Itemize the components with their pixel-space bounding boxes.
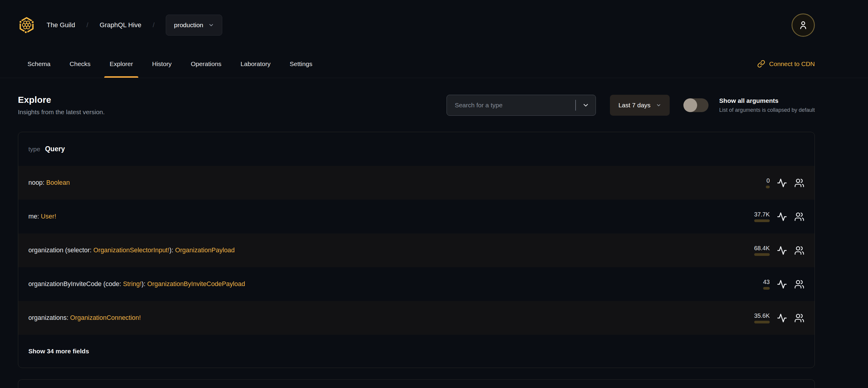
tab-label: Settings <box>290 60 312 67</box>
type-search-input[interactable] <box>447 95 575 115</box>
field-signature: noop: Boolean <box>28 179 70 186</box>
link-icon <box>757 60 765 68</box>
tab-label: Explorer <box>110 60 133 67</box>
tab-label: Schema <box>28 60 51 67</box>
users-icon[interactable] <box>794 279 804 289</box>
type-link[interactable]: OrganizationConnection! <box>70 314 141 321</box>
breadcrumb: The Guild / GraphQL Hive / production <box>18 14 222 36</box>
usage-stat: 0 <box>766 178 770 188</box>
connect-to-cdn-link[interactable]: Connect to CDN <box>757 50 815 78</box>
active-tab-underline <box>104 76 138 78</box>
user-icon <box>798 20 808 30</box>
tab-settings[interactable]: Settings <box>280 50 322 78</box>
tab-laboratory[interactable]: Laboratory <box>231 50 280 78</box>
field-stats: 0 <box>766 178 804 188</box>
usage-stat: 35.6K <box>754 313 770 323</box>
usage-bar <box>754 219 770 222</box>
show-all-arguments-toggle[interactable] <box>683 98 709 112</box>
field-name: ): <box>142 280 147 288</box>
target-selector-value: production <box>174 22 203 29</box>
app-header: The Guild / GraphQL Hive / production <box>0 0 868 50</box>
section-head: Explore Insights from the latest version… <box>0 95 868 116</box>
content: type Query noop: Boolean 0 me: User! 37.… <box>0 132 868 388</box>
usage-bar <box>754 253 770 256</box>
toggle-text: Show all arguments List of arguments is … <box>719 97 815 113</box>
type-search-combobox <box>446 95 596 116</box>
next-type-card-partial <box>18 379 815 388</box>
field-name: organization (selector: <box>28 247 93 254</box>
show-more-fields-button[interactable]: Show 34 more fields <box>28 348 89 355</box>
users-icon[interactable] <box>794 245 804 256</box>
field-name: organizationByInviteCode (code: <box>28 280 123 288</box>
target-selector-button[interactable]: production <box>166 14 222 36</box>
usage-bar <box>766 186 770 188</box>
activity-icon[interactable] <box>777 313 787 323</box>
field-name: organizations: <box>28 314 70 321</box>
tab-checks[interactable]: Checks <box>60 50 100 78</box>
card-footer: Show 34 more fields <box>18 335 814 368</box>
field-name: me: <box>28 213 41 220</box>
type-link[interactable]: Boolean <box>46 179 70 186</box>
activity-icon[interactable] <box>777 279 787 289</box>
tab-label: Checks <box>70 60 91 67</box>
tabbar: SchemaChecksExplorerHistoryOperationsLab… <box>0 50 868 78</box>
field-stats: 35.6K <box>754 313 804 323</box>
field-stats: 37.7K <box>754 211 804 222</box>
activity-icon[interactable] <box>777 212 787 222</box>
field-signature: me: User! <box>28 213 56 220</box>
type-link[interactable]: String! <box>123 280 142 288</box>
type-link[interactable]: OrganizationSelectorInput! <box>93 247 169 254</box>
tab-label: History <box>152 60 172 67</box>
type-link[interactable]: OrganizationPayload <box>175 247 235 254</box>
section-titles: Explore Insights from the latest version… <box>18 95 105 116</box>
tab-history[interactable]: History <box>143 50 181 78</box>
breadcrumb-separator: / <box>86 21 88 29</box>
field-row: organization (selector: OrganizationSele… <box>18 234 814 267</box>
type-card-header: type Query <box>18 132 814 166</box>
hive-logo-icon[interactable] <box>18 17 35 34</box>
toggle-knob <box>683 98 697 112</box>
field-signature: organization (selector: OrganizationSele… <box>28 247 235 254</box>
field-stats: 68.4K <box>754 245 804 256</box>
usage-count: 35.6K <box>754 313 770 319</box>
tab-schema[interactable]: Schema <box>18 50 60 78</box>
toggle-description: List of arguments is collapsed by defaul… <box>719 107 815 113</box>
controls: Last 7 days Show all arguments List of a… <box>446 95 815 116</box>
type-link[interactable]: User! <box>41 213 56 220</box>
breadcrumb-org[interactable]: The Guild <box>46 21 75 29</box>
usage-count: 0 <box>767 178 770 183</box>
breadcrumb-separator: / <box>153 21 154 29</box>
field-signature: organizationByInviteCode (code: String!)… <box>28 280 245 288</box>
users-icon[interactable] <box>794 313 804 323</box>
field-row: organizationByInviteCode (code: String!)… <box>18 267 814 301</box>
field-stats: 43 <box>763 279 804 290</box>
breadcrumb-project[interactable]: GraphQL Hive <box>100 21 142 29</box>
page-subtitle: Insights from the latest version. <box>18 109 105 116</box>
usage-stat: 37.7K <box>754 211 770 222</box>
type-link[interactable]: OrganizationByInviteCodePayload <box>147 280 245 288</box>
activity-icon[interactable] <box>777 245 787 256</box>
user-menu-button[interactable] <box>792 13 815 37</box>
chevron-down-icon <box>656 102 661 108</box>
type-card-query: type Query noop: Boolean 0 me: User! 37.… <box>18 132 815 368</box>
period-value: Last 7 days <box>618 101 650 109</box>
field-name: noop: <box>28 179 46 186</box>
chevron-down-icon <box>208 22 214 28</box>
tab-label: Operations <box>191 60 222 67</box>
usage-count: 37.7K <box>754 211 770 217</box>
period-select-button[interactable]: Last 7 days <box>610 95 670 116</box>
field-rows: noop: Boolean 0 me: User! 37.7K <box>18 166 814 335</box>
chevron-down-icon <box>582 101 589 109</box>
tab-explorer[interactable]: Explorer <box>100 50 143 78</box>
type-search-dropdown-button[interactable] <box>576 95 596 115</box>
field-row: me: User! 37.7K <box>18 200 814 234</box>
tab-label: Laboratory <box>241 60 270 67</box>
type-name: Query <box>45 145 65 153</box>
usage-stat: 68.4K <box>754 245 770 256</box>
usage-stat: 43 <box>763 279 770 290</box>
activity-icon[interactable] <box>777 178 787 188</box>
tab-operations[interactable]: Operations <box>181 50 231 78</box>
usage-bar <box>763 287 770 290</box>
users-icon[interactable] <box>794 178 804 188</box>
users-icon[interactable] <box>794 212 804 222</box>
